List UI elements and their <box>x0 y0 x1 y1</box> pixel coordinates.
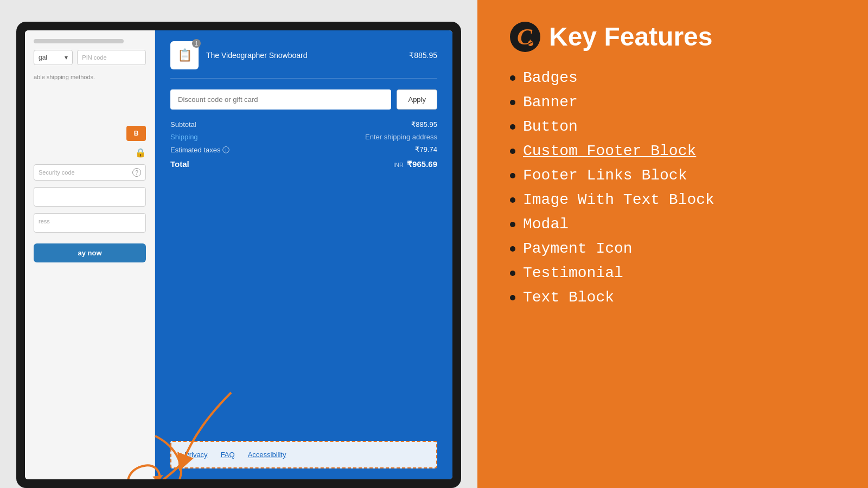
device-frame: gal ▾ PIN code able shipping methods. B … <box>16 22 461 488</box>
privacy-link[interactable]: Privacy <box>184 451 208 459</box>
address-box[interactable]: ress <box>34 213 146 233</box>
apply-button[interactable]: Apply <box>397 89 437 110</box>
total-value: INR ₹965.69 <box>393 159 437 169</box>
bullet-icon <box>510 295 515 300</box>
total-currency: INR <box>393 162 404 168</box>
feature-item: Button <box>510 118 835 135</box>
shipping-label: Shipping <box>170 133 198 141</box>
sidebar-orange-button[interactable]: B <box>126 126 146 141</box>
info-icon: ? <box>132 168 141 177</box>
country-select[interactable]: gal ▾ <box>34 50 73 65</box>
accessibility-link[interactable]: Accessibility <box>248 451 286 459</box>
product-price: ₹885.95 <box>409 51 437 60</box>
faq-link[interactable]: FAQ <box>221 451 235 459</box>
checkout-content: 📋 1 The Videographer Snowboard ₹885.95 A… <box>155 30 452 441</box>
product-info: 📋 1 The Videographer Snowboard <box>170 41 308 69</box>
sidebar-country-row: gal ▾ PIN code <box>34 50 146 65</box>
feature-label-8: Testimonial <box>523 265 623 281</box>
taxes-row: Estimated taxes ⓘ ₹79.74 <box>170 145 437 155</box>
bullet-icon <box>510 173 515 178</box>
sidebar-top-bar <box>34 39 124 43</box>
feature-label-7: Payment Icon <box>523 240 633 257</box>
feature-item: Badges <box>510 69 835 86</box>
address-placeholder: ress <box>39 218 50 224</box>
feature-label-9: Text Block <box>523 289 614 306</box>
feature-label-0: Badges <box>523 69 578 86</box>
logo-icon: C <box>510 22 540 52</box>
feature-item: Modal <box>510 216 835 233</box>
feature-item: Footer Links Block <box>510 167 835 184</box>
c-logo-svg: C <box>514 25 536 49</box>
shipping-value: Enter shipping address <box>365 133 437 141</box>
lock-icon: 🔒 <box>135 147 146 158</box>
feature-item: Custom Footer Block <box>510 143 835 159</box>
card-holder-box[interactable] <box>34 187 146 207</box>
chevron-down-icon: ▾ <box>65 54 68 61</box>
feature-label-6: Modal <box>523 216 569 233</box>
feature-item: Text Block <box>510 289 835 306</box>
total-label: Total <box>170 159 189 169</box>
bullet-icon <box>510 246 515 252</box>
discount-input[interactable] <box>170 89 391 110</box>
feature-item: Testimonial <box>510 265 835 281</box>
security-code-input[interactable]: Security code <box>39 169 130 176</box>
bullet-icon <box>510 100 515 105</box>
security-label: Security code <box>39 169 75 176</box>
feature-label-4: Footer Links Block <box>523 167 687 184</box>
feature-item: Banner <box>510 94 835 111</box>
product-badge: 1 <box>192 39 201 48</box>
feature-label-2: Button <box>523 118 578 135</box>
feature-label-3[interactable]: Custom Footer Block <box>523 143 696 159</box>
lock-row: 🔒 <box>34 147 146 158</box>
country-select-value: gal <box>39 54 47 61</box>
taxes-label: Estimated taxes ⓘ <box>170 145 229 155</box>
pay-now-button[interactable]: ay now <box>34 243 146 262</box>
subtotal-label: Subtotal <box>170 120 196 129</box>
feature-item: Payment Icon <box>510 240 835 257</box>
checkout-footer: Privacy FAQ Accessibility <box>155 441 452 479</box>
shipping-row: Shipping Enter shipping address <box>170 133 437 141</box>
bullet-icon <box>510 149 515 154</box>
product-icon: 📋 <box>177 48 192 62</box>
left-panel: gal ▾ PIN code able shipping methods. B … <box>0 0 477 488</box>
footer-links-box: Privacy FAQ Accessibility <box>170 441 437 468</box>
total-amount: ₹965.69 <box>407 159 437 169</box>
bullet-icon <box>510 222 515 227</box>
taxes-value: ₹79.74 <box>415 145 437 155</box>
key-features-title: Key Features <box>549 24 712 50</box>
features-list: BadgesBannerButtonCustom Footer BlockFoo… <box>510 69 835 306</box>
subtotal-value: ₹885.95 <box>411 120 437 129</box>
discount-row[interactable]: Apply <box>170 89 437 110</box>
bullet-icon <box>510 271 515 276</box>
checkout-sidebar: gal ▾ PIN code able shipping methods. B … <box>25 30 155 479</box>
key-features-header: C Key Features <box>510 22 835 52</box>
sidebar-btn-row: B <box>34 126 146 141</box>
pin-code-input[interactable]: PIN code <box>77 50 146 65</box>
bullet-icon <box>510 197 515 203</box>
pin-placeholder: PIN code <box>82 54 106 61</box>
bullet-icon <box>510 124 515 130</box>
total-row: Total INR ₹965.69 <box>170 159 437 169</box>
right-panel: C Key Features BadgesBannerButtonCustom … <box>477 0 868 488</box>
card-number-row: Security code ? <box>34 164 146 181</box>
product-image: 📋 1 <box>170 41 199 69</box>
feature-label-5: Image With Text Block <box>523 191 714 208</box>
feature-label-1: Banner <box>523 94 578 111</box>
device-screen: gal ▾ PIN code able shipping methods. B … <box>25 30 452 479</box>
feature-item: Image With Text Block <box>510 191 835 208</box>
bullet-icon <box>510 75 515 81</box>
product-row: 📋 1 The Videographer Snowboard ₹885.95 <box>170 41 437 79</box>
subtotal-row: Subtotal ₹885.95 <box>170 120 437 129</box>
product-name: The Videographer Snowboard <box>206 51 308 60</box>
summary-section: Subtotal ₹885.95 Shipping Enter shipping… <box>170 120 437 169</box>
checkout-main: 📋 1 The Videographer Snowboard ₹885.95 A… <box>155 30 452 479</box>
shipping-note: able shipping methods. <box>34 74 146 80</box>
